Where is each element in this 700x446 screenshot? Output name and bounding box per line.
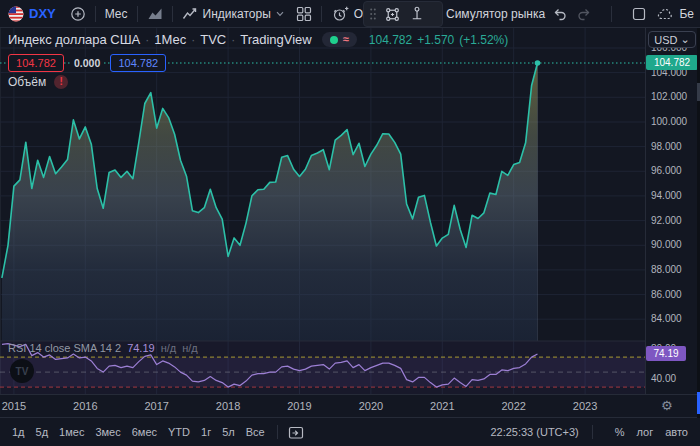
year-label[interactable]: 2020 bbox=[354, 400, 388, 412]
price-tick-label: 90.000 bbox=[651, 239, 682, 251]
goto-date-button[interactable] bbox=[288, 425, 304, 440]
rsi-value-badge: 74.19 bbox=[646, 346, 686, 361]
grid-layout-icon bbox=[296, 6, 312, 22]
price-change-group: 104.782 +1.570 (+1.52%) bbox=[369, 33, 508, 47]
redo-button[interactable] bbox=[577, 7, 592, 21]
range-button-1г[interactable]: 1г bbox=[201, 426, 211, 438]
goto-date-icon bbox=[288, 425, 304, 440]
year-label[interactable]: 2016 bbox=[68, 400, 102, 412]
compare-add-button[interactable] bbox=[70, 6, 86, 22]
undo-button[interactable] bbox=[552, 7, 567, 21]
rsi-legend[interactable]: RSI 14 close SMA 14 2 74.19 н/д н/д bbox=[8, 342, 198, 354]
indicators-button[interactable]: Индикаторы bbox=[182, 6, 284, 22]
legend-title: Индекс доллара США·1Мес·TVC·TradingView bbox=[8, 32, 312, 47]
rsi-sma-value: н/д bbox=[161, 342, 177, 354]
year-label[interactable]: 2017 bbox=[140, 400, 174, 412]
cloud-icon bbox=[657, 7, 674, 21]
range-button-6мес[interactable]: 6мес bbox=[132, 426, 157, 438]
year-label[interactable]: 2023 bbox=[568, 400, 602, 412]
market-status-pill[interactable]: ≈ bbox=[322, 32, 357, 47]
range-button-Все[interactable]: Все bbox=[246, 426, 265, 438]
interval-button[interactable]: Мес bbox=[105, 7, 128, 21]
close-price-box: 104.782 bbox=[110, 54, 166, 72]
log-scale-button[interactable]: лог bbox=[637, 426, 654, 438]
legend-title-part[interactable]: TradingView bbox=[240, 32, 312, 47]
percent-scale-button[interactable]: % bbox=[615, 426, 625, 438]
chevron-down-icon: ⌄ bbox=[681, 33, 690, 46]
price-tick-label: 96.000 bbox=[651, 165, 682, 177]
rsi-axis-tick: 40.00 bbox=[651, 373, 676, 385]
year-label[interactable]: 2019 bbox=[283, 400, 317, 412]
cloud-save-label: Бе bbox=[679, 7, 694, 21]
price-change-abs: +1.570 bbox=[417, 33, 454, 47]
indicator-templates-button[interactable] bbox=[296, 6, 312, 22]
legend-separator: · bbox=[191, 33, 195, 47]
legend-separator: · bbox=[145, 33, 149, 47]
price-change-pct: (+1.52%) bbox=[459, 33, 508, 47]
us-flag-icon bbox=[8, 6, 24, 22]
year-label[interactable]: 2018 bbox=[211, 400, 245, 412]
anchor-tool-button[interactable] bbox=[408, 6, 425, 23]
clock-label[interactable]: 22:25:33 (UTC+3) bbox=[490, 426, 578, 438]
gear-icon[interactable]: ⚙ bbox=[661, 398, 673, 413]
symbol-label: DXY bbox=[29, 6, 56, 21]
ohlc-row: 104.782 0.000 104.782 bbox=[8, 54, 166, 72]
toolbar-divider bbox=[277, 425, 278, 439]
toolbar-divider bbox=[321, 6, 322, 22]
toolbar-divider bbox=[592, 425, 593, 439]
change-value: 0.000 bbox=[72, 57, 102, 69]
layout-select-button[interactable] bbox=[631, 6, 647, 22]
price-axis[interactable]: 106.000104.000102.000100.00098.00096.000… bbox=[645, 28, 700, 394]
range-button-YTD[interactable]: YTD bbox=[168, 426, 190, 438]
plus-circle-icon bbox=[70, 6, 86, 22]
price-tick-label: 94.000 bbox=[651, 190, 682, 202]
date-range-group: 1д5д1мес3мес6месYTD1г5лВсе bbox=[12, 426, 276, 438]
toolbar-divider bbox=[95, 6, 96, 22]
chevron-down-icon bbox=[276, 11, 284, 17]
time-axis[interactable]: 201520162017201820192020202120222023 ⚙ bbox=[0, 394, 700, 418]
volume-legend[interactable]: Объём ! bbox=[8, 75, 68, 89]
floating-drawing-toolbar[interactable] bbox=[363, 1, 443, 27]
drag-handle-icon[interactable] bbox=[369, 7, 377, 21]
last-price-value: 104.782 bbox=[369, 33, 412, 47]
last-price-badge: 104.782 bbox=[646, 55, 698, 70]
toolbar-divider bbox=[172, 6, 173, 22]
range-button-3мес[interactable]: 3мес bbox=[95, 426, 120, 438]
range-button-5л[interactable]: 5л bbox=[222, 426, 235, 438]
symbol-button[interactable]: DXY bbox=[8, 6, 56, 22]
bottom-toolbar: 1д5д1мес3мес6месYTD1г5лВсе 22:25:33 (UTC… bbox=[0, 417, 700, 446]
legend-title-part[interactable]: 1Мес bbox=[154, 32, 186, 47]
low-price-box: 104.782 bbox=[8, 54, 64, 72]
chart-style-button[interactable] bbox=[147, 6, 163, 22]
range-button-5д[interactable]: 5д bbox=[36, 426, 49, 438]
tradingview-chart-app: { "toolbar": { "symbol": "DXY", "interva… bbox=[0, 0, 700, 446]
range-button-1мес[interactable]: 1мес bbox=[59, 426, 84, 438]
symbol-legend[interactable]: Индекс доллара США·1Мес·TVC·TradingView … bbox=[8, 32, 508, 47]
price-tick-label: 84.000 bbox=[651, 313, 682, 325]
year-label[interactable]: 2015 bbox=[0, 400, 31, 412]
range-button-1д[interactable]: 1д bbox=[12, 426, 25, 438]
legend-separator: · bbox=[231, 33, 235, 47]
price-tick-label: 88.000 bbox=[651, 264, 682, 276]
cloud-save-button[interactable]: Бе bbox=[657, 7, 694, 21]
single-pane-icon bbox=[631, 6, 647, 22]
market-simulator-button[interactable]: Симулятор рынка bbox=[446, 0, 545, 28]
legend-title-part[interactable]: Индекс доллара США bbox=[8, 32, 140, 47]
price-tick-label: 100.000 bbox=[651, 116, 687, 128]
legend-title-part[interactable]: TVC bbox=[200, 32, 226, 47]
rsi-label: RSI 14 close SMA 14 2 bbox=[8, 342, 121, 354]
currency-dropdown[interactable]: USD ⌄ bbox=[648, 31, 696, 48]
auto-scale-button[interactable]: авто bbox=[665, 426, 688, 438]
rsi-sma-value: н/д bbox=[182, 342, 198, 354]
tradingview-watermark: TV bbox=[10, 359, 34, 383]
year-label[interactable]: 2022 bbox=[497, 400, 531, 412]
top-toolbar: DXY Мес Индикаторы bbox=[0, 0, 700, 28]
price-tick-label: 102.000 bbox=[651, 91, 687, 103]
year-label[interactable]: 2021 bbox=[425, 400, 459, 412]
price-chart-canvas[interactable] bbox=[0, 28, 645, 394]
price-tick-label: 92.000 bbox=[651, 215, 682, 227]
anchored-rectangle-tool-button[interactable] bbox=[384, 6, 401, 23]
ideas-wave-icon: ≈ bbox=[343, 35, 349, 44]
price-tick-label: 98.000 bbox=[651, 141, 682, 153]
volume-error-badge[interactable]: ! bbox=[54, 75, 68, 89]
